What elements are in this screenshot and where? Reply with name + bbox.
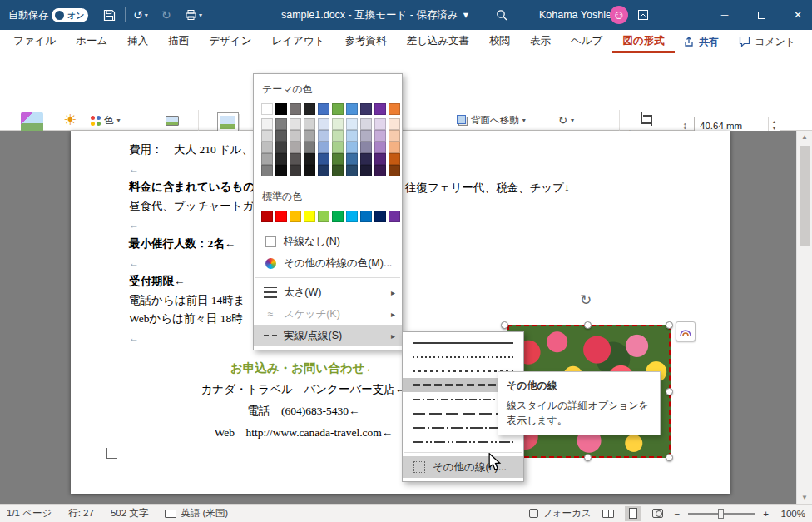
color-swatch[interactable] [261, 130, 273, 142]
color-swatch[interactable] [346, 103, 358, 115]
color-swatch[interactable] [318, 142, 329, 153]
tab-校閲[interactable]: 校閲 [479, 30, 520, 53]
tab-描画[interactable]: 描画 [158, 30, 199, 53]
autosave-toggle[interactable]: オン [52, 8, 88, 22]
color-swatch[interactable] [304, 211, 315, 222]
color-swatch[interactable] [290, 103, 301, 115]
dash-style-solid[interactable] [403, 336, 523, 350]
avatar[interactable]: ☺ [610, 6, 628, 24]
minimize-button[interactable]: ─ [710, 0, 739, 30]
tab-ホーム[interactable]: ホーム [66, 30, 117, 53]
color-swatch[interactable] [346, 165, 358, 176]
save-button[interactable] [103, 0, 116, 30]
color-swatch[interactable] [261, 103, 273, 115]
quick-print-button[interactable]: ▾ [185, 0, 202, 30]
color-swatch[interactable] [332, 118, 344, 130]
tab-差し込み文書[interactable]: 差し込み文書 [396, 30, 479, 53]
send-backward-button[interactable]: 背面へ移動▾ [454, 112, 528, 129]
dashes-item[interactable]: 実線/点線(S)▸ [254, 325, 402, 346]
tab-挿入[interactable]: 挿入 [117, 30, 158, 53]
color-button[interactable]: 色▾ [88, 112, 123, 129]
rotate-objects-button[interactable]: ↻▾ [556, 112, 577, 129]
close-button[interactable]: ✕ [784, 0, 812, 30]
color-swatch[interactable] [275, 142, 287, 153]
undo-button[interactable]: ↺▾ [133, 0, 148, 30]
resize-handle-bottom-right[interactable] [666, 454, 673, 461]
resize-handle-top-middle[interactable] [584, 321, 592, 329]
tab-ファイル[interactable]: ファイル [3, 30, 66, 53]
color-swatch[interactable] [360, 153, 372, 165]
color-swatch[interactable] [290, 130, 301, 142]
line-indicator[interactable]: 行: 27 [68, 507, 94, 520]
color-swatch[interactable] [275, 153, 287, 165]
color-swatch[interactable] [346, 211, 358, 222]
scroll-down-icon[interactable]: ▼ [801, 494, 808, 501]
color-swatch[interactable] [389, 142, 400, 153]
color-swatch[interactable] [360, 165, 372, 176]
compress-picture-button[interactable] [163, 112, 181, 129]
color-swatch[interactable] [346, 118, 358, 130]
color-swatch[interactable] [360, 118, 372, 130]
color-swatch[interactable] [332, 153, 344, 165]
color-swatch[interactable] [290, 165, 301, 176]
color-swatch[interactable] [389, 130, 400, 142]
comments-button[interactable]: コメント [732, 32, 802, 51]
resize-handle-top-left[interactable] [501, 321, 508, 329]
scroll-thumb[interactable] [800, 146, 810, 246]
color-swatch[interactable] [389, 153, 400, 165]
color-swatch[interactable] [304, 153, 315, 165]
color-swatch[interactable] [332, 103, 344, 115]
color-swatch[interactable] [318, 153, 329, 165]
dash-style-long-dash-dot-dot[interactable] [403, 435, 523, 449]
zoom-slider[interactable] [688, 513, 755, 515]
more-border-colors-item[interactable]: その他の枠線の色(M)... [254, 252, 402, 274]
color-swatch[interactable] [261, 165, 273, 176]
color-swatch[interactable] [389, 211, 400, 222]
line-weight-item[interactable]: 太さ(W)▸ [254, 281, 402, 303]
focus-button[interactable]: フォーカス [529, 507, 592, 520]
word-count[interactable]: 502 文字 [111, 507, 148, 520]
color-swatch[interactable] [290, 153, 301, 165]
color-swatch[interactable] [304, 165, 315, 176]
redo-button[interactable]: ↻ [161, 0, 171, 30]
color-swatch[interactable] [275, 211, 287, 222]
color-swatch[interactable] [290, 211, 301, 222]
color-swatch[interactable] [360, 130, 372, 142]
share-button[interactable]: 共有 [676, 32, 725, 51]
color-swatch[interactable] [332, 130, 344, 142]
maximize-button[interactable] [747, 0, 775, 30]
color-swatch[interactable] [304, 118, 315, 130]
user-name[interactable]: Kohama Yoshie [539, 0, 611, 30]
color-swatch[interactable] [275, 165, 287, 176]
tab-レイアウト[interactable]: レイアウト [261, 30, 334, 53]
zoom-in-button[interactable]: + [763, 509, 769, 519]
color-swatch[interactable] [318, 103, 329, 115]
color-swatch[interactable] [332, 142, 344, 153]
color-swatch[interactable] [318, 165, 329, 176]
language-indicator[interactable]: 英語 (米国) [165, 507, 228, 520]
no-outline-item[interactable]: 枠線なし(N) [254, 231, 402, 252]
color-swatch[interactable] [374, 118, 386, 130]
color-swatch[interactable] [275, 118, 287, 130]
color-swatch[interactable] [304, 103, 315, 115]
color-swatch[interactable] [389, 165, 400, 176]
color-swatch[interactable] [389, 103, 400, 115]
color-swatch[interactable] [374, 103, 386, 115]
color-swatch[interactable] [304, 130, 315, 142]
color-swatch[interactable] [318, 130, 329, 142]
zoom-thumb[interactable] [718, 509, 724, 519]
color-swatch[interactable] [318, 118, 329, 130]
tab-表示[interactable]: 表示 [520, 30, 561, 53]
color-swatch[interactable] [318, 211, 329, 222]
resize-handle-middle-right[interactable] [666, 388, 673, 395]
color-swatch[interactable] [374, 153, 386, 165]
vertical-scrollbar[interactable]: ▲ ▼ [796, 131, 812, 504]
color-swatch[interactable] [261, 118, 273, 130]
tab-ヘルプ[interactable]: ヘルプ [561, 30, 612, 53]
color-swatch[interactable] [290, 118, 301, 130]
color-swatch[interactable] [374, 142, 386, 153]
color-swatch[interactable] [360, 142, 372, 153]
color-swatch[interactable] [360, 211, 372, 222]
view-read-mode-button[interactable] [600, 506, 616, 521]
tab-図の形式[interactable]: 図の形式 [612, 30, 674, 53]
